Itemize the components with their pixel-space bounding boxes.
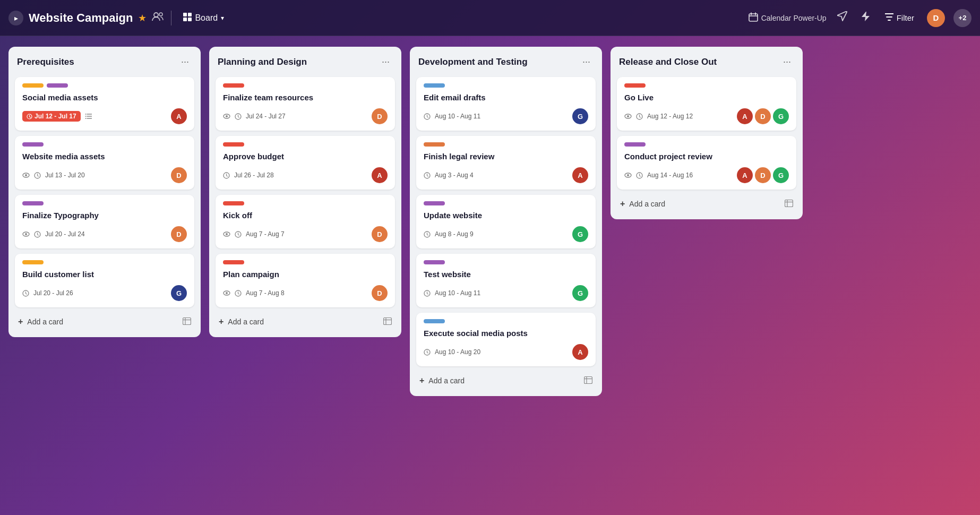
card-tags [22,142,187,147]
column-menu-prerequisites[interactable]: ··· [178,55,192,68]
card-tags [22,83,187,88]
template-icon[interactable] [383,317,392,327]
card-avatars: A [372,167,388,183]
tag-red [223,201,244,205]
card-meta: Jul 13 - Jul 20 [22,170,171,180]
add-card-planning-design[interactable]: + Add a card [216,313,395,331]
card-finalize-typography[interactable]: Finalize TypographyJul 20 - Jul 24D [15,195,194,248]
card-avatar[interactable]: D [372,285,388,301]
user-avatar[interactable]: D [927,9,945,27]
card-avatar[interactable]: D [171,167,187,183]
card-avatar[interactable]: D [372,226,388,242]
tag-yellow [22,260,44,264]
card-avatars: ADG [737,167,789,183]
card-plan-campaign[interactable]: Plan campaignAug 7 - Aug 8D [216,254,395,307]
card-go-live[interactable]: Go LiveAug 12 - Aug 12ADG [617,77,796,131]
card-title: Build customer list [22,269,187,280]
svg-point-37 [627,115,629,117]
card-avatar[interactable]: G [773,108,789,124]
card-build-customer-list[interactable]: Build customer listJul 20 - Jul 26G [15,254,194,307]
card-date: Aug 3 - Aug 4 [435,171,474,179]
card-tags [223,260,388,264]
column-planning-design: Planning and Design ··· Finalize team re… [209,47,401,337]
card-date: Jul 24 - Jul 27 [246,113,286,120]
card-edit-email-drafts[interactable]: Edit email draftsAug 10 - Aug 11G [416,77,596,131]
card-avatar[interactable]: A [372,167,388,183]
card-avatar[interactable]: G [171,285,187,301]
add-card-left: + Add a card [419,376,465,385]
extra-avatars[interactable]: +2 [953,9,972,27]
card-avatars: G [171,285,187,301]
card-title: Update website [424,210,588,221]
card-finalize-team-resources[interactable]: Finalize team resourcesJul 24 - Jul 27D [216,77,395,131]
star-icon[interactable]: ★ [138,12,147,24]
column-menu-development-testing[interactable]: ··· [579,55,594,68]
card-avatar[interactable]: G [773,167,789,183]
card-update-website[interactable]: Update websiteAug 8 - Aug 9G [416,195,596,248]
tag-purple [624,142,646,147]
calendar-powerup[interactable]: Calendar Power-Up [749,12,827,23]
card-avatar[interactable]: G [572,108,588,124]
card-avatar[interactable]: D [171,226,187,242]
tag-yellow [22,83,44,88]
card-kick-off[interactable]: Kick offAug 7 - Aug 7D [216,195,395,248]
card-social-media-assets[interactable]: Social media assets Jul 12 - Jul 17A [15,77,194,131]
card-title: Finalize team resources [223,92,388,103]
card-avatar[interactable]: A [737,167,753,183]
card-execute-social-media-posts[interactable]: Execute social media postsAug 10 - Aug 2… [416,313,596,366]
card-avatar[interactable]: D [755,108,771,124]
card-date: Jul 20 - Jul 26 [33,289,73,297]
card-avatar[interactable]: A [572,344,588,360]
clock-icon [235,229,242,239]
card-avatar[interactable]: A [572,167,588,183]
card-website-media-assets[interactable]: Website media assetsJul 13 - Jul 20D [15,136,194,190]
template-icon[interactable] [785,200,793,209]
plus-icon: + [419,376,424,385]
svg-point-1 [159,13,162,16]
card-avatars: D [372,226,388,242]
template-icon[interactable] [584,376,592,385]
card-test-website[interactable]: Test websiteAug 10 - Aug 11G [416,254,596,307]
svg-point-27 [226,292,228,294]
add-card-release-closeout[interactable]: + Add a card [617,195,796,213]
card-conduct-project-review[interactable]: Conduct project reviewAug 14 - Aug 16ADG [617,136,796,190]
send-icon[interactable] [835,9,850,27]
card-finish-legal-review[interactable]: Finish legal reviewAug 3 - Aug 4A [416,136,596,190]
template-icon[interactable] [183,317,191,327]
card-avatars: A [572,344,588,360]
card-meta: Jul 20 - Jul 26 [22,288,171,298]
column-menu-planning-design[interactable]: ··· [379,55,393,68]
tag-red [223,260,244,264]
card-title: Website media assets [22,151,187,162]
card-avatar[interactable]: A [737,108,753,124]
filter-button[interactable]: Filter [881,11,918,24]
card-avatars: D [171,226,187,242]
card-date: Aug 7 - Aug 7 [246,230,285,238]
card-avatar[interactable]: D [755,167,771,183]
svg-point-0 [154,13,158,17]
card-meta: Aug 7 - Aug 7 [223,229,372,239]
card-date: Jul 26 - Jul 28 [234,171,274,179]
clock-icon [223,170,230,180]
column-menu-release-closeout[interactable]: ··· [780,55,794,68]
add-card-prerequisites[interactable]: + Add a card [15,313,194,331]
card-meta: Aug 8 - Aug 9 [424,229,572,239]
card-avatar[interactable]: G [572,285,588,301]
card-avatar[interactable]: A [171,108,187,124]
clock-icon [22,288,29,298]
sidebar-toggle[interactable]: ▸ [8,11,23,25]
card-avatar[interactable]: D [372,108,388,124]
card-avatar[interactable]: G [572,226,588,242]
add-card-development-testing[interactable]: + Add a card [416,372,596,390]
people-icon[interactable] [152,12,164,24]
card-approve-budget[interactable]: Approve budgetJul 26 - Jul 28A [216,136,395,190]
card-meta: Jul 20 - Jul 24 [22,229,171,239]
lightning-icon[interactable] [858,9,872,27]
svg-point-24 [226,233,228,235]
card-date: Aug 7 - Aug 8 [246,289,285,297]
card-avatars: G [572,226,588,242]
board-view-selector[interactable]: Board ▾ [179,11,228,25]
card-title: Approve budget [223,151,388,162]
card-date: Aug 10 - Aug 11 [435,289,480,297]
clock-icon [424,347,431,357]
